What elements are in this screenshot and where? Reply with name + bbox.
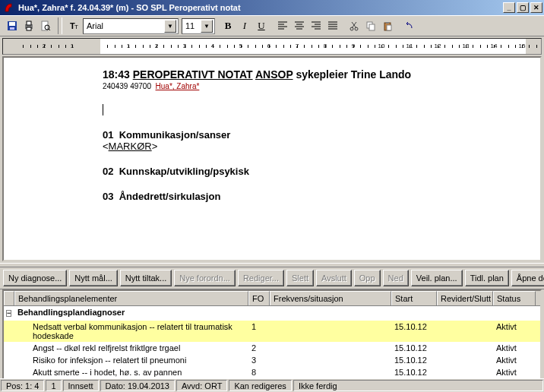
chevron-down-icon: ▼ — [201, 20, 213, 33]
svg-rect-5 — [27, 27, 31, 30]
status-avvd: Avvd: ORT — [176, 380, 227, 391]
col-rev[interactable]: Revidert/Slutt — [437, 291, 493, 305]
align-center-icon[interactable] — [291, 17, 308, 34]
print-icon[interactable] — [21, 17, 37, 34]
status-bar: Pos: 1: 4 1 Innsett Dato: 19.04.2013 Avv… — [0, 378, 544, 392]
table-row[interactable]: Risiko for infeksjon -- relatert til pne… — [4, 354, 540, 366]
doc-patient-id: 240439 49700 Hua*, Zahra* — [103, 82, 540, 90]
minimize-button[interactable]: _ — [503, 2, 515, 13]
copy-icon[interactable] — [362, 17, 379, 34]
status-pos: Pos: 1: 4 — [1, 380, 44, 391]
treatment-plan-grid[interactable]: Behandlingsplanelementer FO Frekvens/sit… — [2, 289, 542, 381]
ruler: 211234567891011121314151617 — [2, 38, 542, 55]
app-icon — [3, 2, 15, 14]
svg-rect-2 — [10, 27, 14, 30]
cut-icon[interactable] — [346, 17, 362, 34]
svg-rect-1 — [9, 22, 15, 26]
svg-text:T: T — [74, 24, 78, 30]
maximize-button[interactable]: ▢ — [517, 2, 529, 13]
apne-dok-button[interactable]: Åpne dok. — [511, 270, 544, 286]
font-family-value: Arial — [87, 21, 103, 30]
bold-icon[interactable]: B — [220, 17, 236, 34]
align-right-icon[interactable] — [308, 17, 324, 34]
collapse-icon[interactable]: − — [6, 310, 11, 317]
doc-section-01: 01 Kommunikasjon/sanser — [103, 129, 540, 141]
font-family-select[interactable]: Arial ▼ — [83, 18, 179, 34]
rediger-button: Rediger... — [238, 270, 284, 286]
ned-button: Ned — [383, 270, 409, 286]
italic-icon[interactable]: I — [236, 17, 253, 34]
table-row[interactable]: Nedsatt verbal kommunikasjon -- relatert… — [4, 321, 540, 342]
grid-header: Behandlingsplanelementer FO Frekvens/sit… — [4, 291, 540, 306]
save-icon[interactable] — [4, 17, 21, 34]
status-ferdig: Ikke ferdig — [293, 380, 543, 391]
table-row[interactable]: Akutt smerte -- i hodet, hø. s. av panne… — [4, 366, 540, 378]
font-size-select[interactable]: 11 ▼ — [182, 18, 215, 34]
align-justify-icon[interactable] — [324, 17, 341, 34]
font-icon: TT — [66, 17, 83, 34]
col-fo[interactable]: FO — [248, 291, 270, 305]
doc-section-03: 03 Åndedrett/sirkulasjon — [103, 191, 540, 202]
align-left-icon[interactable] — [274, 17, 291, 34]
chevron-down-icon: ▼ — [164, 20, 176, 33]
col-freq[interactable]: Frekvens/situasjon — [270, 291, 391, 305]
title-bar: Hua*, Zahra* f. 24.04.39* (m) - SO SPL P… — [0, 0, 544, 15]
col-status[interactable]: Status — [493, 291, 536, 305]
underline-icon[interactable]: U — [253, 17, 270, 34]
slett-button: Slett — [286, 270, 314, 286]
nytt-mal-button[interactable]: Nytt mål... — [69, 270, 118, 286]
opp-button: Opp — [354, 270, 381, 286]
close-button[interactable]: ✕ — [530, 2, 542, 13]
status-one: 1 — [46, 380, 61, 391]
toolbar: TT Arial ▼ 11 ▼ B I U — [0, 15, 544, 36]
font-size-value: 11 — [185, 21, 195, 30]
svg-line-8 — [49, 29, 50, 30]
svg-rect-14 — [369, 24, 375, 30]
doc-marker: <MARKØR> — [103, 141, 540, 152]
document-page[interactable]: 18:43 PEROPERATIVT NOTAT ANSOP sykepleie… — [4, 58, 540, 260]
action-button-bar: Ny diagnose... Nytt mål... Nytt tiltak..… — [0, 267, 544, 289]
svg-rect-16 — [386, 22, 389, 24]
svg-rect-4 — [27, 21, 31, 25]
document-area[interactable]: 18:43 PEROPERATIVT NOTAT ANSOP sykepleie… — [2, 56, 542, 261]
doc-heading: 18:43 PEROPERATIVT NOTAT ANSOP sykepleie… — [103, 68, 540, 81]
status-innsett: Innsett — [63, 380, 99, 391]
preview-icon[interactable] — [37, 17, 54, 34]
doc-section-02: 02 Kunnskap/utvikling/psykisk — [103, 166, 540, 177]
svg-rect-17 — [387, 25, 391, 30]
status-dato: Dato: 19.04.2013 — [100, 380, 175, 391]
status-redig: Kan redigeres — [229, 380, 292, 391]
undo-icon[interactable] — [400, 17, 417, 34]
paste-icon[interactable] — [379, 17, 396, 34]
tidl-plan-button[interactable]: Tidl. plan — [465, 270, 509, 286]
table-row[interactable]: Angst -- dkøl rekl relfjrelst friktlgre … — [4, 342, 540, 354]
nytt-tiltak-button[interactable]: Nytt tiltak... — [120, 270, 172, 286]
text-cursor — [103, 104, 540, 115]
table-row[interactable]: −Behandlingsplandiagnoser — [4, 306, 540, 321]
window-title: Hua*, Zahra* f. 24.04.39* (m) - SO SPL P… — [18, 3, 241, 12]
col-name[interactable]: Behandlingsplanelementer — [14, 291, 248, 305]
col-start[interactable]: Start — [391, 291, 437, 305]
avslutt-button: Avslutt — [316, 270, 352, 286]
ny-diagnose-button[interactable]: Ny diagnose... — [3, 270, 67, 286]
svg-rect-6 — [42, 21, 48, 30]
nye-forordn-button: Nye forordn... — [174, 270, 236, 286]
veil-plan-button[interactable]: Veil. plan... — [411, 270, 463, 286]
